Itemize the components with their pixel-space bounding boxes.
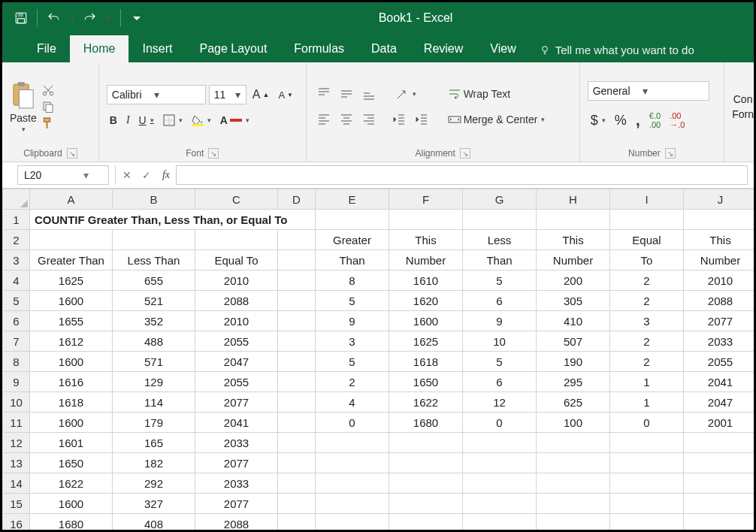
cell[interactable] — [278, 352, 316, 372]
cell[interactable]: 2055 — [195, 331, 278, 352]
cell[interactable] — [278, 494, 316, 514]
cell[interactable]: 655 — [113, 271, 195, 291]
cell[interactable] — [278, 392, 316, 413]
cell[interactable] — [195, 230, 278, 250]
cell[interactable]: 1618 — [30, 392, 113, 413]
font-dialog-launcher[interactable]: ↘ — [208, 148, 219, 159]
cell[interactable] — [463, 494, 537, 514]
cell[interactable]: Less Than — [113, 250, 195, 271]
col-header-J[interactable]: J — [684, 189, 754, 210]
select-all-button[interactable] — [3, 189, 30, 210]
col-header-G[interactable]: G — [463, 189, 537, 210]
cell[interactable] — [610, 433, 684, 453]
cell[interactable]: 625 — [537, 392, 610, 413]
cell[interactable]: 1622 — [30, 473, 113, 494]
cell[interactable]: 3 — [316, 331, 389, 352]
number-dialog-launcher[interactable]: ↘ — [665, 148, 676, 159]
cell[interactable]: 1600 — [30, 352, 113, 372]
cell[interactable]: Greater — [316, 230, 389, 250]
cell[interactable]: 1600 — [30, 413, 113, 433]
cell[interactable]: 408 — [113, 514, 195, 530]
cell[interactable]: 2033 — [684, 331, 754, 352]
cell[interactable] — [278, 413, 316, 433]
tab-data[interactable]: Data — [358, 35, 410, 62]
cell[interactable] — [316, 453, 389, 473]
align-right-icon[interactable] — [359, 110, 379, 128]
cell[interactable]: 4 — [316, 392, 389, 413]
cell[interactable] — [610, 494, 684, 514]
increase-font-icon[interactable]: A▲ — [249, 86, 273, 104]
cell[interactable] — [684, 494, 754, 514]
cell[interactable] — [537, 433, 610, 453]
cell[interactable] — [537, 494, 610, 514]
row-header[interactable]: 11 — [3, 413, 30, 433]
row-header[interactable]: 3 — [3, 250, 30, 271]
cell[interactable]: 1 — [610, 392, 684, 413]
merge-center-button[interactable]: Merge & Center▾ — [445, 110, 549, 128]
cell[interactable] — [684, 210, 754, 230]
cell[interactable] — [610, 514, 684, 530]
row-header[interactable]: 12 — [3, 433, 30, 453]
cell[interactable]: 2077 — [195, 494, 278, 514]
underline-button[interactable]: U▾ — [136, 112, 157, 128]
cell[interactable]: 327 — [113, 494, 195, 514]
cell[interactable]: 2055 — [684, 352, 754, 372]
cell[interactable]: 2 — [610, 271, 684, 291]
cell[interactable]: 100 — [537, 413, 610, 433]
cell[interactable]: This — [684, 230, 754, 250]
cut-icon[interactable] — [41, 83, 55, 97]
insert-function-icon[interactable]: fx — [156, 165, 176, 185]
cell[interactable]: 200 — [537, 271, 610, 291]
cell[interactable] — [316, 494, 389, 514]
cell[interactable]: Equal To — [195, 250, 278, 271]
cell[interactable]: 179 — [113, 413, 195, 433]
cell[interactable]: 12 — [463, 392, 537, 413]
cell[interactable] — [463, 210, 537, 230]
cell[interactable] — [389, 494, 463, 514]
redo-dropdown[interactable]: ▾ — [107, 14, 111, 22]
number-format-combo[interactable]: General▾ — [588, 81, 709, 101]
cell[interactable]: Equal — [610, 230, 684, 250]
align-bottom-icon[interactable] — [359, 85, 379, 103]
row-header[interactable]: 8 — [3, 352, 30, 372]
cell[interactable]: 2041 — [195, 413, 278, 433]
col-header-I[interactable]: I — [610, 189, 684, 210]
cell[interactable] — [278, 230, 316, 250]
cell[interactable]: 5 — [463, 352, 537, 372]
cell[interactable]: 2033 — [195, 473, 278, 494]
cell[interactable] — [278, 331, 316, 352]
cell[interactable] — [684, 514, 754, 530]
cell[interactable]: 2 — [610, 291, 684, 311]
cell[interactable]: 182 — [113, 453, 195, 473]
cell[interactable]: 1616 — [30, 372, 113, 392]
align-center-icon[interactable] — [337, 110, 356, 128]
undo-dropdown[interactable]: ▾ — [71, 14, 74, 22]
cell[interactable]: 1680 — [30, 514, 113, 530]
cell[interactable] — [30, 230, 113, 250]
align-top-icon[interactable] — [314, 85, 334, 103]
increase-decimal-button[interactable]: €.0.00 — [646, 109, 664, 131]
cell[interactable] — [278, 514, 316, 530]
cell[interactable] — [610, 473, 684, 494]
cell[interactable] — [278, 271, 316, 291]
cell[interactable]: 8 — [316, 271, 389, 291]
cell[interactable] — [537, 514, 610, 530]
col-header-C[interactable]: C — [195, 189, 278, 210]
name-box[interactable]: L20▾ — [17, 165, 109, 185]
cell[interactable]: To — [610, 250, 684, 271]
cell[interactable]: 295 — [537, 372, 610, 392]
cell[interactable] — [537, 453, 610, 473]
align-middle-icon[interactable] — [337, 85, 356, 103]
row-header[interactable]: 7 — [3, 331, 30, 352]
col-header-H[interactable]: H — [537, 189, 610, 210]
cell[interactable]: 129 — [113, 372, 195, 392]
cell[interactable]: Number — [537, 250, 610, 271]
cell[interactable] — [463, 473, 537, 494]
decrease-decimal-button[interactable]: .00→.0 — [667, 109, 688, 131]
cell[interactable] — [278, 291, 316, 311]
row-header[interactable]: 16 — [3, 514, 30, 530]
cell[interactable] — [389, 514, 463, 530]
font-size-combo[interactable]: 11▾ — [209, 85, 246, 104]
cell[interactable]: 2047 — [195, 352, 278, 372]
cell[interactable]: 1655 — [30, 311, 113, 331]
